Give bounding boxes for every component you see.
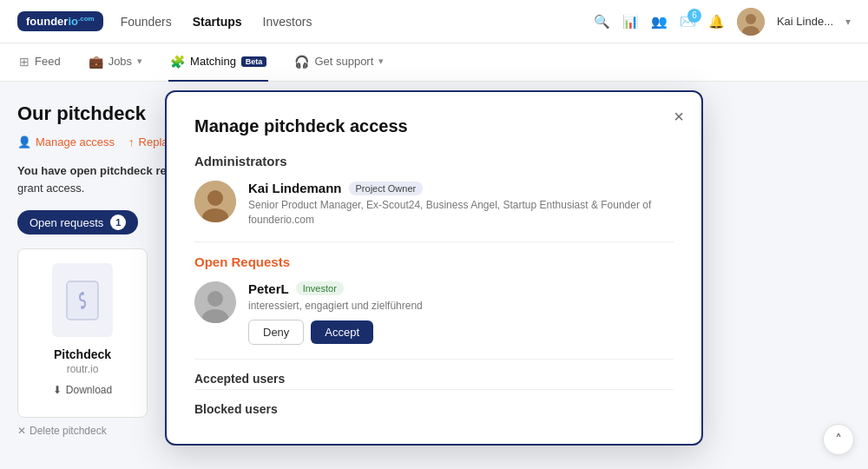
manage-access-modal: Manage pitchdeck access × Administrators	[165, 90, 703, 446]
open-requests-section: Open Requests PeterL Investor	[194, 241, 674, 346]
navbar: founderio.com Founders Startups Investor…	[0, 0, 868, 43]
requester-name-row: PeterL Investor	[248, 281, 674, 296]
logo[interactable]: founderio.com	[17, 11, 103, 31]
support-dropdown-icon[interactable]: ▾	[378, 56, 384, 67]
avatar[interactable]	[737, 8, 765, 36]
admin-role-badge: Project Owner	[349, 182, 424, 195]
logo-text: founderio.com	[26, 15, 95, 28]
svg-point-7	[207, 190, 223, 206]
main-content: Our pitchdeck 👤 Manage access ↑ Replace …	[0, 82, 868, 458]
accepted-users-toggle[interactable]: Accepted users	[194, 372, 674, 386]
subnav-matching-label: Matching	[190, 55, 236, 68]
scroll-top-button[interactable]: ˄	[823, 424, 854, 455]
requester-actions: Deny Accept	[248, 320, 674, 345]
admin-avatar	[194, 181, 236, 222]
admin-user-info: Kai Lindemann Project Owner Senior Produ…	[248, 181, 674, 228]
mail-badge: 6	[687, 9, 701, 23]
modal-close-button[interactable]: ×	[674, 108, 684, 125]
jobs-icon: 💼	[89, 55, 103, 69]
scroll-top-icon: ˄	[835, 432, 842, 448]
subnav-jobs[interactable]: 💼 Jobs ▾	[87, 43, 144, 82]
subnav-feed-label: Feed	[35, 55, 61, 68]
administrators-section: Administrators Kai Lindemann Project Own…	[194, 154, 674, 228]
subnav-support-label: Get support	[314, 55, 373, 68]
requester-user-row: PeterL Investor interessiert, engagiert …	[194, 281, 674, 346]
beta-badge: Beta	[241, 56, 267, 67]
nav-founders[interactable]: Founders	[121, 15, 172, 29]
user-name[interactable]: Kai Linde...	[777, 15, 833, 28]
nav-links: Founders Startups Investors	[121, 15, 594, 29]
requester-role-badge: Investor	[296, 281, 344, 295]
modal-overlay: Manage pitchdeck access × Administrators	[0, 82, 868, 458]
jobs-dropdown-icon[interactable]: ▾	[137, 56, 142, 67]
search-icon[interactable]	[594, 14, 610, 30]
subnav-matching[interactable]: 🧩 Matching Beta	[168, 43, 268, 82]
accepted-users-section: Accepted users	[194, 359, 674, 386]
subnav-support[interactable]: 🎧 Get support ▾	[293, 43, 385, 82]
subnav: ⊞ Feed 💼 Jobs ▾ 🧩 Matching Beta 🎧 Get su…	[0, 43, 868, 82]
nav-startups[interactable]: Startups	[193, 15, 242, 29]
requester-name: PeterL	[248, 281, 289, 296]
accept-button[interactable]: Accept	[311, 320, 373, 344]
accepted-users-label: Accepted users	[194, 372, 285, 386]
mail-icon[interactable]: 6	[680, 14, 696, 30]
deny-button[interactable]: Deny	[248, 320, 304, 345]
admin-bio: Senior Product Manager, Ex-Scout24, Busi…	[248, 198, 674, 228]
subnav-jobs-label: Jobs	[108, 55, 132, 68]
feed-icon: ⊞	[19, 55, 30, 69]
matching-icon: 🧩	[170, 55, 185, 69]
requester-bio: interessiert, engagiert und zielführend	[248, 299, 674, 314]
admin-user-row: Kai Lindemann Project Owner Senior Produ…	[194, 181, 674, 228]
admin-name: Kai Lindemann	[248, 181, 342, 195]
requester-user-info: PeterL Investor interessiert, engagiert …	[248, 281, 674, 346]
nav-investors[interactable]: Investors	[263, 15, 312, 29]
subnav-feed[interactable]: ⊞ Feed	[17, 43, 62, 82]
user-dropdown-icon[interactable]: ▾	[845, 16, 851, 28]
svg-point-10	[207, 291, 223, 307]
blocked-users-section: Blocked users	[194, 389, 674, 416]
svg-point-1	[746, 14, 756, 24]
people-icon[interactable]	[651, 14, 667, 30]
modal-title: Manage pitchdeck access	[194, 116, 674, 136]
administrators-title: Administrators	[194, 154, 674, 168]
nav-right: 6 Kai Linde... ▾	[594, 8, 851, 36]
blocked-users-toggle[interactable]: Blocked users	[194, 402, 674, 416]
chart-icon[interactable]	[622, 14, 639, 30]
support-icon: 🎧	[294, 55, 309, 69]
admin-name-row: Kai Lindemann Project Owner	[248, 181, 674, 195]
requester-avatar	[194, 281, 236, 323]
open-requests-title: Open Requests	[194, 254, 674, 269]
blocked-users-label: Blocked users	[194, 402, 278, 416]
bell-icon[interactable]	[708, 14, 725, 30]
